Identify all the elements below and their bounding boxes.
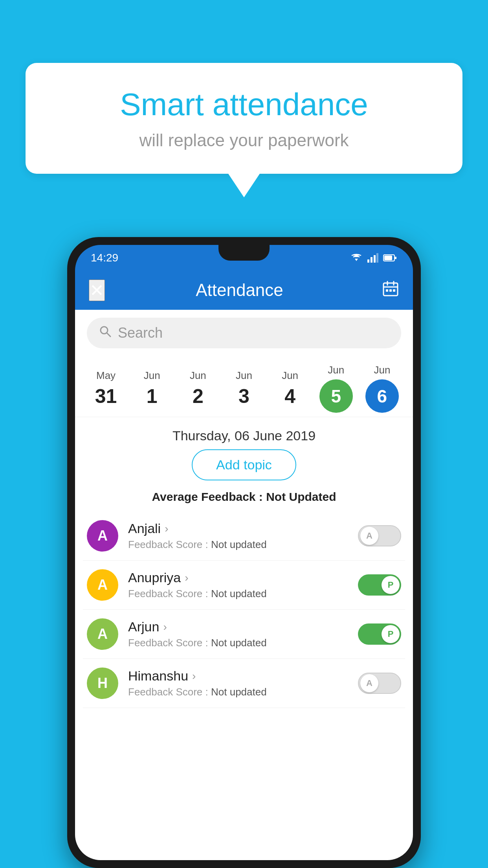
svg-rect-3 xyxy=(374,255,376,263)
app-bar-title: Attendance xyxy=(109,280,370,300)
svg-rect-12 xyxy=(386,289,388,292)
status-bar: 14:29 xyxy=(75,245,413,270)
attendance-toggle-arjun[interactable]: P xyxy=(358,623,401,645)
phone-wrapper: 14:29 xyxy=(67,237,421,868)
svg-rect-6 xyxy=(384,256,392,260)
search-input-wrapper[interactable]: Search xyxy=(87,318,401,348)
student-list: A Anjali › Feedback Score : Not updated … xyxy=(75,511,413,708)
svg-rect-14 xyxy=(393,289,395,292)
student-info-arjun: Arjun › Feedback Score : Not updated xyxy=(128,619,348,649)
speech-bubble-title: Smart attendance xyxy=(57,86,431,123)
selected-date-label: Thursday, 06 June 2019 xyxy=(75,417,413,449)
speech-bubble: Smart attendance will replace your paper… xyxy=(26,63,462,174)
chevron-icon: › xyxy=(165,522,168,535)
speech-bubble-tail xyxy=(228,174,260,197)
search-icon xyxy=(99,325,112,341)
date-item-jun6[interactable]: Jun 6 xyxy=(362,364,402,413)
phone-outer: 14:29 xyxy=(67,237,421,868)
student-item-arjun[interactable]: A Arjun › Feedback Score : Not updated P xyxy=(83,610,405,659)
chevron-icon: › xyxy=(163,621,167,633)
signal-icon xyxy=(367,253,378,263)
svg-rect-13 xyxy=(389,289,392,292)
app-bar: ✕ Attendance xyxy=(75,270,413,310)
attendance-toggle-anjali[interactable]: A xyxy=(358,525,401,546)
student-avatar-himanshu: H xyxy=(87,668,118,699)
search-placeholder: Search xyxy=(118,325,163,341)
chevron-icon: › xyxy=(192,670,196,682)
phone-screen: 14:29 xyxy=(75,245,413,860)
search-bar: Search xyxy=(75,310,413,356)
calendar-icon[interactable] xyxy=(382,280,399,301)
status-icons xyxy=(350,253,397,263)
status-time: 14:29 xyxy=(91,252,118,264)
student-item-anjali[interactable]: A Anjali › Feedback Score : Not updated … xyxy=(83,511,405,561)
wifi-icon xyxy=(350,253,363,263)
svg-marker-0 xyxy=(355,259,358,261)
svg-line-16 xyxy=(107,333,110,337)
add-topic-button[interactable]: Add topic xyxy=(192,449,296,480)
speech-bubble-wrapper: Smart attendance will replace your paper… xyxy=(26,63,462,197)
date-item-jun3[interactable]: Jun 3 xyxy=(224,370,264,408)
student-info-anupriya: Anupriya › Feedback Score : Not updated xyxy=(128,570,348,600)
student-avatar-arjun: A xyxy=(87,618,118,650)
student-item-himanshu[interactable]: H Himanshu › Feedback Score : Not update… xyxy=(83,659,405,708)
battery-icon xyxy=(383,254,397,262)
close-button[interactable]: ✕ xyxy=(89,280,105,301)
average-feedback: Average Feedback : Not Updated xyxy=(75,488,413,511)
date-item-may31[interactable]: May 31 xyxy=(86,370,126,408)
date-strip: May 31 Jun 1 Jun xyxy=(75,356,413,417)
date-item-jun2[interactable]: Jun 2 xyxy=(178,370,218,408)
notch xyxy=(218,245,270,261)
speech-bubble-subtitle: will replace your paperwork xyxy=(57,131,431,150)
date-item-jun4[interactable]: Jun 4 xyxy=(270,370,310,408)
attendance-toggle-anupriya[interactable]: P xyxy=(358,574,401,596)
svg-rect-2 xyxy=(371,257,372,263)
student-info-anjali: Anjali › Feedback Score : Not updated xyxy=(128,521,348,551)
screen-content: Search May 31 Jun xyxy=(75,310,413,860)
student-item-anupriya[interactable]: A Anupriya › Feedback Score : Not update… xyxy=(83,561,405,610)
date-item-jun1[interactable]: Jun 1 xyxy=(132,370,172,408)
student-avatar-anupriya: A xyxy=(87,569,118,601)
attendance-toggle-himanshu[interactable]: A xyxy=(358,673,401,694)
svg-rect-4 xyxy=(376,253,378,263)
svg-rect-1 xyxy=(367,259,369,263)
chevron-icon: › xyxy=(185,572,188,584)
student-info-himanshu: Himanshu › Feedback Score : Not updated xyxy=(128,668,348,698)
date-item-jun5[interactable]: Jun 5 xyxy=(316,364,356,413)
student-avatar-anjali: A xyxy=(87,520,118,552)
svg-rect-7 xyxy=(395,257,396,259)
